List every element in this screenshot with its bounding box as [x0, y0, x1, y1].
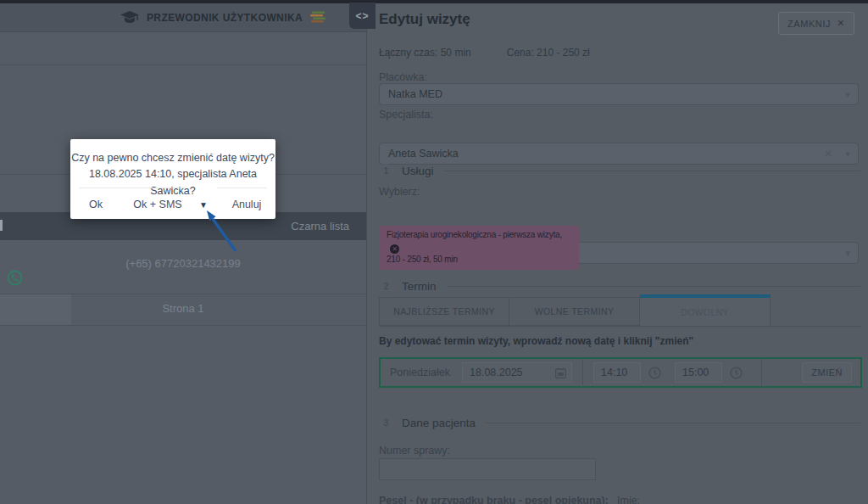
- section-title: Dane pacjenta: [402, 417, 476, 429]
- time-from-input[interactable]: [594, 367, 640, 378]
- divider: [761, 359, 762, 387]
- section-patient-data: 3 Dane pacjenta: [379, 416, 860, 430]
- price: Cena: 210 - 250 zł: [507, 47, 590, 59]
- divider: [0, 64, 366, 65]
- pagination-label[interactable]: Strona 1: [0, 302, 366, 315]
- chevron-down-icon[interactable]: ▾: [845, 248, 850, 259]
- first-name-label: Imię:: [617, 495, 640, 504]
- date-field[interactable]: [462, 362, 572, 383]
- facility-label: Placówka:: [379, 71, 427, 83]
- chevron-down-icon[interactable]: ▾: [845, 89, 850, 100]
- phone-number: (+65) 67720321432199: [125, 257, 241, 270]
- section-number-badge: 3: [379, 416, 393, 430]
- window-top-strip: [0, 0, 868, 3]
- visit-summary: Łączny czas: 50 min Cena: 210 - 250 zł: [379, 47, 590, 59]
- service-tag-line2: 210 - 250 zł, 50 min: [387, 255, 458, 264]
- section-divider: [447, 286, 860, 287]
- tab-nearest-terms[interactable]: NAJBLIŻSZE TERMINY: [379, 297, 509, 326]
- sms-dropdown-toggle[interactable]: ▼: [194, 196, 213, 213]
- background-content: PRZEWODNIK UŻYTKOWNIKA Czarna lista (+65…: [0, 3, 366, 504]
- app-screen: PRZEWODNIK UŻYTKOWNIKA Czarna lista (+65…: [0, 0, 868, 504]
- service-tag-line1: Fizjoterapia uroginekologiczna - pierwsz…: [387, 230, 562, 239]
- edit-visit-panel: Edytuj wizytę ZAMKNIJ ✕ Łączny czas: 50 …: [366, 0, 868, 504]
- pesel-label: Pesel - (w przypadku braku - pesel opiek…: [379, 495, 609, 504]
- time-from-field[interactable]: [593, 362, 641, 383]
- section-term: 2 Termin: [379, 279, 860, 294]
- case-number-label: Numer sprawy:: [379, 445, 450, 456]
- selected-service-tag: Fizjoterapia uroginekologiczna - pierwsz…: [379, 226, 579, 270]
- clipped-header-text: [0, 220, 3, 231]
- service-choose-label: Wybierz:: [379, 186, 420, 198]
- remove-service-icon[interactable]: ✕: [390, 244, 399, 254]
- specialist-value: Aneta Sawicka: [388, 148, 459, 160]
- facility-select[interactable]: Natka MED ▾: [379, 83, 859, 105]
- date-time-row: Poniedziałek: [379, 357, 862, 388]
- dialog-line2: 18.08.2025 14:10, specjalista Aneta Sawi…: [89, 168, 257, 196]
- user-guide-bar[interactable]: PRZEWODNIK UŻYTKOWNIKA: [0, 3, 366, 32]
- cancel-button[interactable]: Anuluj: [225, 196, 268, 213]
- ok-sms-button[interactable]: Ok + SMS: [126, 196, 189, 213]
- close-icon: ✕: [837, 18, 845, 29]
- clock-icon[interactable]: [730, 367, 743, 379]
- facility-value: Natka MED: [388, 88, 442, 100]
- term-tabs: NAJBLIŻSZE TERMINY WOLNE TERMINY DOWOLNY: [379, 295, 862, 327]
- weekday-label: Poniedziałek: [381, 367, 462, 378]
- edit-term-instruction: By edytować termin wizyty, wprowadź nową…: [379, 335, 693, 347]
- specialist-select[interactable]: Aneta Sawicka ✕ ▾: [379, 143, 859, 165]
- time-to-input[interactable]: [676, 367, 721, 378]
- divider: [0, 325, 366, 326]
- column-header-blacklist[interactable]: Czarna lista: [291, 220, 349, 232]
- case-number-field[interactable]: [379, 458, 596, 480]
- dialog-message: Czy na pewno chcesz zmienić datę wizyty?…: [70, 150, 275, 199]
- section-divider: [486, 423, 860, 423]
- section-title: Usługi: [402, 165, 434, 177]
- clock-icon[interactable]: [648, 367, 661, 379]
- graduation-cap-icon: [120, 11, 139, 24]
- divider: [582, 359, 583, 387]
- books-icon: [310, 11, 326, 24]
- change-date-button[interactable]: ZMIEŃ: [802, 362, 852, 383]
- date-input[interactable]: [463, 367, 555, 378]
- ok-button[interactable]: Ok: [77, 196, 114, 213]
- dialog-divider: [79, 188, 185, 188]
- user-guide-label: PRZEWODNIK UŻYTKOWNIKA: [147, 12, 303, 24]
- total-time: Łączny czas: 50 min: [379, 47, 471, 59]
- calendar-icon[interactable]: [555, 367, 566, 378]
- close-button-label: ZAMKNIJ: [787, 19, 831, 29]
- chevron-down-icon[interactable]: ▾: [845, 148, 850, 160]
- time-to-field[interactable]: [675, 362, 722, 383]
- whatsapp-icon[interactable]: [0, 270, 366, 286]
- case-number-input[interactable]: [380, 459, 595, 479]
- section-number-badge: 1: [379, 164, 393, 178]
- section-title: Termin: [402, 280, 437, 293]
- panel-title: Edytuj wizytę: [379, 11, 470, 28]
- code-icon: <>: [355, 10, 369, 22]
- close-button[interactable]: ZAMKNIJ ✕: [778, 12, 854, 35]
- section-number-badge: 2: [379, 279, 393, 294]
- tab-free-terms[interactable]: WOLNE TERMINY: [509, 297, 640, 326]
- clear-icon[interactable]: ✕: [824, 148, 832, 160]
- dialog-divider: [217, 188, 267, 188]
- section-divider: [444, 171, 860, 171]
- dialog-line1: Czy na pewno chcesz zmienić datę wizyty?: [71, 152, 275, 164]
- confirm-change-dialog: Czy na pewno chcesz zmienić datę wizyty?…: [70, 139, 275, 219]
- code-toggle-button[interactable]: <>: [349, 3, 376, 29]
- section-services: 1 Usługi: [379, 164, 860, 178]
- table-row: (+65) 67720321432199: [0, 257, 366, 286]
- tab-any-term[interactable]: DOWOLNY: [640, 294, 771, 326]
- specialist-label: Specjalista:: [379, 109, 433, 120]
